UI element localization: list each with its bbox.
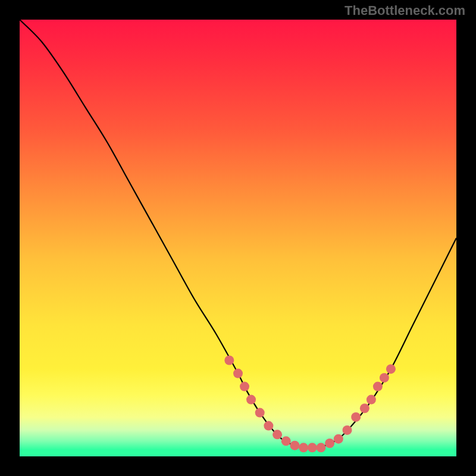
highlight-dot: [240, 382, 249, 392]
highlight-dot: [281, 436, 291, 446]
watermark-text: TheBottleneck.com: [345, 3, 465, 18]
highlight-dot: [360, 403, 369, 413]
highlight-dot: [233, 369, 243, 378]
highlight-dot: [316, 443, 325, 452]
highlight-dot: [343, 425, 352, 435]
highlight-dot: [264, 421, 273, 431]
highlight-dot: [299, 443, 308, 452]
highlight-dots: [224, 356, 396, 453]
highlight-dot: [373, 382, 383, 392]
highlight-dot: [380, 373, 389, 383]
highlight-dot: [325, 439, 334, 448]
chart-container: TheBottleneck.com: [0, 0, 476, 476]
highlight-dot: [255, 408, 265, 418]
highlight-dot: [386, 364, 396, 374]
highlight-dot: [224, 356, 234, 365]
highlight-dot: [334, 434, 343, 444]
highlight-dot: [246, 395, 256, 405]
highlight-dot: [290, 441, 299, 450]
highlight-dot: [308, 443, 317, 452]
curve-layer: [20, 20, 456, 456]
highlight-dot: [273, 430, 282, 439]
bottleneck-curve: [20, 20, 456, 448]
plot-area: [20, 20, 456, 456]
highlight-dot: [367, 395, 376, 405]
highlight-dot: [351, 412, 361, 422]
